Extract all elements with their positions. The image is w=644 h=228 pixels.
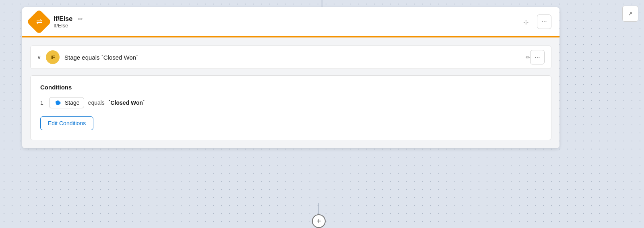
condition-item: 1 Stage equals `Closed Won` — [40, 97, 541, 108]
conditions-card: Conditions 1 Stage equals `Closed Won` — [30, 75, 551, 140]
salesforce-field-badge: Stage — [49, 97, 84, 108]
field-name-label: Stage — [65, 99, 80, 106]
condition-value: `Closed Won` — [109, 99, 145, 106]
chevron-down-icon[interactable]: ∨ — [37, 54, 41, 60]
move-button[interactable]: ⊹ — [518, 15, 533, 29]
if-condition-header: ∨ IF Stage equals `Closed Won` ✏ ··· — [30, 46, 551, 69]
add-icon: + — [316, 217, 321, 225]
conditions-title: Conditions — [40, 84, 541, 91]
condition-header-label: Stage equals `Closed Won` — [64, 54, 522, 61]
connector-line-bottom — [318, 203, 319, 214]
connector-bottom: + — [312, 203, 326, 228]
add-step-button[interactable]: + — [312, 214, 326, 228]
edit-conditions-button[interactable]: Edit Conditions — [40, 116, 93, 130]
condition-edit-icon[interactable]: ✏ — [526, 54, 530, 60]
salesforce-cloud-icon — [54, 100, 62, 106]
if-badge: IF — [46, 50, 60, 64]
if-else-icon-inner: ⇌ — [36, 18, 42, 25]
condition-number: 1 — [40, 99, 45, 106]
card-header: ⇌ If/Else ✏ If/Else ⊹ ··· — [22, 7, 559, 37]
card-header-actions: ⊹ ··· — [518, 15, 551, 29]
card-body: ∨ IF Stage equals `Closed Won` ✏ ··· Con… — [22, 37, 559, 148]
if-else-card: ⇌ If/Else ✏ If/Else ⊹ ··· ∨ IF Stage equ… — [22, 7, 559, 148]
title-edit-icon[interactable]: ✏ — [78, 16, 83, 22]
card-title-group: If/Else ✏ If/Else — [54, 15, 518, 29]
card-title: If/Else — [54, 15, 72, 23]
if-else-icon: ⇌ — [27, 9, 52, 34]
more-options-button[interactable]: ··· — [537, 15, 551, 29]
collapse-icon: ↗ — [628, 10, 633, 17]
card-subtitle: If/Else — [54, 23, 518, 29]
condition-more-button[interactable]: ··· — [530, 50, 545, 64]
condition-operator: equals — [88, 99, 105, 106]
collapse-button[interactable]: ↗ — [622, 6, 638, 22]
